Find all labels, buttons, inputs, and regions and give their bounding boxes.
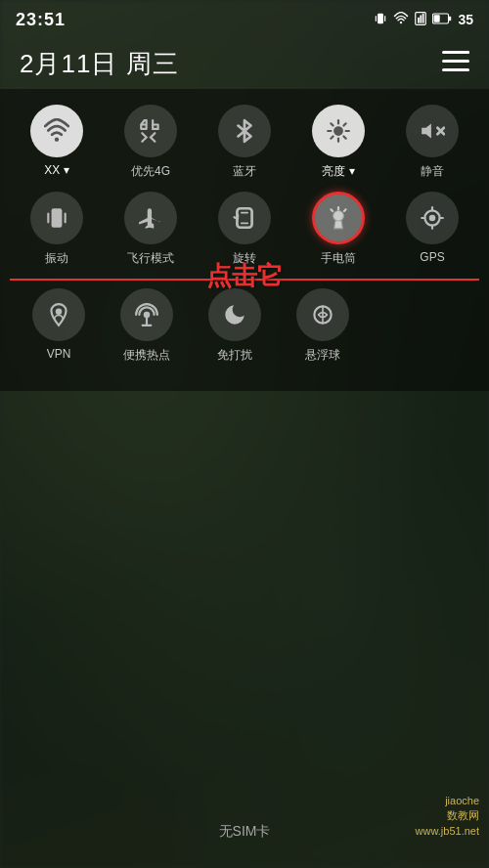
dnd-label: 免打扰	[217, 347, 252, 364]
battery-level: 35	[458, 12, 473, 27]
svg-rect-7	[422, 13, 424, 22]
svg-rect-10	[434, 15, 440, 22]
toggle-row-3: VPN 便携热点	[10, 288, 479, 364]
status-bar: 23:51 35	[0, 0, 489, 35]
svg-rect-2	[385, 16, 386, 22]
header-row: 2月11日 周三	[0, 35, 489, 89]
toggle-mute: 静音	[393, 105, 471, 180]
vibrate-status-icon	[374, 12, 387, 28]
brightness-toggle[interactable]	[312, 105, 365, 157]
svg-rect-6	[421, 15, 422, 22]
svg-line-21	[331, 123, 333, 125]
svg-line-24	[331, 136, 333, 138]
click-hint-area: 点击它	[10, 279, 479, 281]
date-display: 2月11日 周三	[20, 47, 179, 81]
status-icons: 35	[374, 12, 473, 28]
float-label: 悬浮球	[305, 347, 340, 364]
svg-rect-28	[47, 213, 49, 224]
toggle-vibrate: 振动	[18, 192, 96, 267]
toggle-airplane: 飞行模式	[111, 192, 190, 267]
hotspot-label: 便携热点	[123, 347, 170, 364]
toggle-hotspot: 便携热点	[108, 288, 186, 364]
screen: 23:51 35 2月11日 周三	[0, 0, 489, 868]
float-toggle[interactable]	[296, 288, 349, 341]
battery-status-icon	[432, 12, 452, 27]
svg-line-33	[331, 209, 333, 211]
gps-toggle[interactable]	[406, 192, 459, 244]
menu-icon[interactable]	[442, 51, 469, 78]
svg-rect-12	[442, 60, 469, 63]
svg-line-34	[344, 209, 346, 211]
airplane-toggle[interactable]	[124, 192, 177, 244]
svg-rect-0	[378, 13, 384, 23]
toggle-rotate: 旋转	[205, 192, 284, 267]
toggle-bluetooth: 蓝牙	[205, 105, 284, 180]
toggle-row-2: 振动 飞行模式	[10, 192, 479, 267]
4g-toggle[interactable]	[124, 105, 177, 157]
toggle-gps: GPS	[393, 192, 471, 264]
svg-rect-29	[65, 213, 67, 224]
dnd-toggle[interactable]	[208, 288, 261, 341]
toggle-flashlight: 手电筒	[299, 192, 378, 267]
mute-label: 静音	[421, 163, 444, 180]
svg-rect-1	[376, 16, 377, 22]
vpn-label: VPN	[47, 347, 71, 361]
click-hint-text: 点击它	[206, 259, 283, 293]
toggle-dnd: 免打扰	[196, 288, 274, 364]
sim-status-icon	[415, 12, 426, 28]
svg-point-35	[429, 215, 436, 222]
svg-rect-5	[419, 17, 421, 22]
quick-settings-panel: XX ▾ 优先4G	[0, 89, 489, 391]
svg-point-3	[400, 21, 402, 22]
svg-rect-30	[237, 208, 251, 228]
svg-rect-14	[462, 51, 469, 54]
vibrate-toggle[interactable]	[30, 192, 83, 244]
mute-toggle[interactable]	[406, 105, 459, 157]
bluetooth-toggle[interactable]	[218, 105, 271, 157]
toggle-brightness: 亮度 ▾	[299, 105, 378, 180]
toggle-row-1: XX ▾ 优先4G	[10, 105, 479, 180]
flashlight-toggle[interactable]	[312, 192, 365, 244]
hotspot-toggle[interactable]	[120, 288, 173, 341]
svg-line-22	[343, 136, 345, 138]
airplane-label: 飞行模式	[127, 250, 174, 267]
watermark: jiaoche 数教网 www.jb51.net	[416, 794, 479, 839]
toggle-wifi: XX ▾	[18, 105, 96, 177]
wifi-label: XX ▾	[44, 163, 68, 177]
svg-point-16	[334, 127, 343, 136]
red-divider: 点击它	[10, 279, 479, 281]
svg-rect-9	[449, 17, 451, 22]
svg-rect-13	[442, 68, 469, 71]
svg-point-41	[56, 309, 63, 316]
svg-rect-27	[52, 208, 63, 228]
watermark-line1: jiaoche	[416, 794, 479, 808]
watermark-line3: www.jb51.net	[416, 824, 479, 839]
toggle-4g: 优先4G	[111, 105, 190, 180]
flashlight-label: 手电筒	[321, 250, 356, 267]
4g-label: 优先4G	[131, 163, 170, 180]
vibrate-label: 振动	[45, 250, 68, 267]
rotate-toggle[interactable]	[218, 192, 271, 244]
status-time: 23:51	[16, 10, 66, 30]
watermark-line2: 数教网	[416, 808, 479, 823]
wifi-status-icon	[393, 12, 409, 28]
wifi-toggle[interactable]	[30, 105, 83, 157]
svg-point-31	[333, 210, 344, 221]
toggle-vpn: VPN	[20, 288, 98, 361]
toggle-float: 悬浮球	[284, 288, 362, 364]
gps-label: GPS	[420, 250, 444, 264]
vpn-toggle[interactable]	[32, 288, 85, 341]
bluetooth-label: 蓝牙	[233, 163, 256, 180]
brightness-label: 亮度 ▾	[322, 163, 354, 180]
svg-point-15	[55, 138, 59, 142]
svg-line-23	[343, 123, 345, 125]
